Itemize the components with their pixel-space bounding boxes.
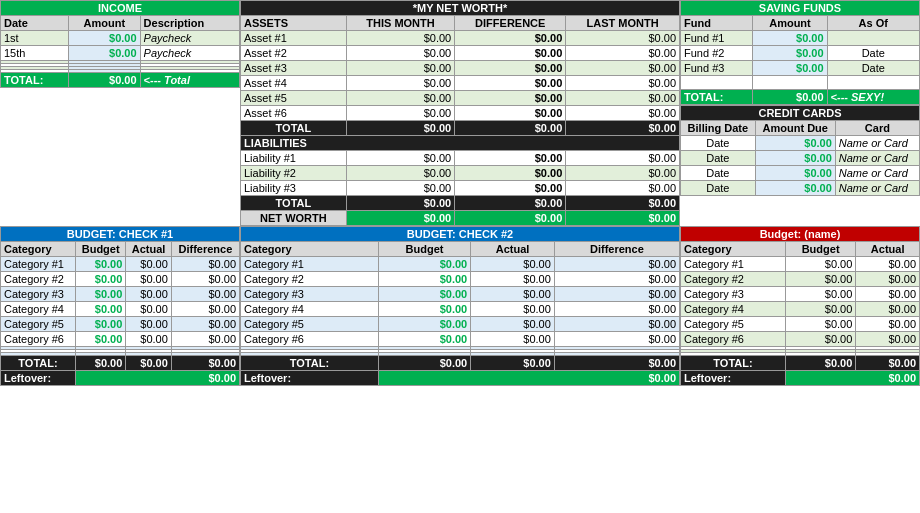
bc1-col-cat: Category <box>1 242 76 257</box>
nw-asset-last-month: $0.00 <box>566 46 680 61</box>
nw-liability-diff: $0.00 <box>455 166 566 181</box>
bn-row-actual: $0.00 <box>856 317 920 332</box>
bc2-total-label: TOTAL: <box>241 356 379 371</box>
income-col-amount: Amount <box>69 16 140 31</box>
bc2-row-actual: $0.00 <box>471 302 555 317</box>
income-row-desc: Paycheck <box>140 31 239 46</box>
cc-row-amount: $0.00 <box>755 166 835 181</box>
nw-liability-this-month: $0.00 <box>346 166 454 181</box>
nw-total-liab-diff: $0.00 <box>455 196 566 211</box>
saving-row-fund: Fund #1 <box>681 31 753 46</box>
bc2-row-cat: Category #6 <box>241 332 379 347</box>
saving-total-label: TOTAL: <box>681 90 753 105</box>
cc-row-card: Name or Card <box>835 136 919 151</box>
bc1-row-actual: $0.00 <box>126 287 172 302</box>
saving-section: SAVING FUNDS Fund Amount As Of Fund #1 $… <box>680 0 920 226</box>
bc2-leftover-amount: $0.00 <box>378 371 679 386</box>
bn-row-cat: Category #6 <box>681 332 786 347</box>
bc1-row-diff: $0.00 <box>171 332 239 347</box>
bn-row-budget: $0.00 <box>785 272 855 287</box>
credit-cards-title: CREDIT CARDS <box>681 106 920 121</box>
net-worth-title: *MY NET WORTH* <box>241 1 680 16</box>
saving-col-amount: Amount <box>753 16 827 31</box>
bc2-row-budget: $0.00 <box>378 317 470 332</box>
nw-asset-name: Asset #3 <box>241 61 347 76</box>
bn-row-cat: Category #2 <box>681 272 786 287</box>
bn-row-cat: Category #3 <box>681 287 786 302</box>
budget-name-title: Budget: (name) <box>681 227 920 242</box>
bc2-row-budget: $0.00 <box>378 257 470 272</box>
nw-liability-name: Liability #3 <box>241 181 347 196</box>
bn-total-label: TOTAL: <box>681 356 786 371</box>
nw-asset-name: Asset #6 <box>241 106 347 121</box>
bc2-row-actual: $0.00 <box>471 272 555 287</box>
nw-col-this-month: THIS MONTH <box>346 16 454 31</box>
cc-row-date: Date <box>681 181 756 196</box>
bn-leftover-label: Leftover: <box>681 371 786 386</box>
income-total-amount: $0.00 <box>69 73 140 88</box>
bn-row-budget: $0.00 <box>785 332 855 347</box>
cc-row-card: Name or Card <box>835 181 919 196</box>
nw-asset-last-month: $0.00 <box>566 106 680 121</box>
bc1-row-actual: $0.00 <box>126 272 172 287</box>
nw-net-worth-last-month: $0.00 <box>566 211 680 226</box>
cc-col-amount: Amount Due <box>755 121 835 136</box>
nw-asset-last-month: $0.00 <box>566 76 680 91</box>
cc-row-card: Name or Card <box>835 151 919 166</box>
bc2-row-budget: $0.00 <box>378 302 470 317</box>
nw-net-worth-label: NET WORTH <box>241 211 347 226</box>
budget-name-section: Budget: (name) Category Budget Actual Ca… <box>680 226 920 386</box>
bn-col-budget: Budget <box>785 242 855 257</box>
bc1-row-diff: $0.00 <box>171 272 239 287</box>
income-title: INCOME <box>1 1 240 16</box>
bc2-row-diff: $0.00 <box>554 332 679 347</box>
bc2-row-diff: $0.00 <box>554 272 679 287</box>
bc1-row-budget: $0.00 <box>76 272 126 287</box>
bc1-total-diff: $0.00 <box>171 356 239 371</box>
nw-asset-diff: $0.00 <box>455 61 566 76</box>
bn-leftover-amount: $0.00 <box>785 371 919 386</box>
cc-row-amount: $0.00 <box>755 136 835 151</box>
bc2-row-diff: $0.00 <box>554 257 679 272</box>
saving-row-amount: $0.00 <box>753 31 827 46</box>
income-row-amount: $0.00 <box>69 46 140 61</box>
bc2-row-actual: $0.00 <box>471 317 555 332</box>
saving-row-asof <box>827 31 919 46</box>
income-row-desc: Paycheck <box>140 46 239 61</box>
nw-asset-this-month: $0.00 <box>346 91 454 106</box>
saving-col-fund: Fund <box>681 16 753 31</box>
nw-liability-this-month: $0.00 <box>346 181 454 196</box>
bc1-col-diff: Difference <box>171 242 239 257</box>
nw-asset-this-month: $0.00 <box>346 46 454 61</box>
income-row-amount: $0.00 <box>69 31 140 46</box>
nw-liability-last-month: $0.00 <box>566 181 680 196</box>
nw-asset-name: Asset #4 <box>241 76 347 91</box>
bn-row-cat: Category #5 <box>681 317 786 332</box>
nw-asset-last-month: $0.00 <box>566 31 680 46</box>
bc1-leftover-label: Leftover: <box>1 371 76 386</box>
bc2-total-diff: $0.00 <box>554 356 679 371</box>
nw-liability-this-month: $0.00 <box>346 151 454 166</box>
cc-row-amount: $0.00 <box>755 181 835 196</box>
cc-col-card: Card <box>835 121 919 136</box>
nw-asset-last-month: $0.00 <box>566 91 680 106</box>
budget-check1-section: BUDGET: CHECK #1 Category Budget Actual … <box>0 226 240 386</box>
bc1-row-diff: $0.00 <box>171 287 239 302</box>
bc2-row-diff: $0.00 <box>554 302 679 317</box>
nw-total-assets-label: TOTAL <box>241 121 347 136</box>
cc-row-date: Date <box>681 166 756 181</box>
bc1-row-diff: $0.00 <box>171 302 239 317</box>
nw-liability-diff: $0.00 <box>455 151 566 166</box>
cc-row-date: Date <box>681 151 756 166</box>
nw-total-liab-last-month: $0.00 <box>566 196 680 211</box>
bc1-row-budget: $0.00 <box>76 332 126 347</box>
bc1-row-actual: $0.00 <box>126 332 172 347</box>
bc1-total-actual: $0.00 <box>126 356 172 371</box>
bn-row-cat: Category #4 <box>681 302 786 317</box>
bn-row-actual: $0.00 <box>856 272 920 287</box>
bc2-total-actual: $0.00 <box>471 356 555 371</box>
bn-col-actual: Actual <box>856 242 920 257</box>
cc-row-card: Name or Card <box>835 166 919 181</box>
bc1-row-cat: Category #5 <box>1 317 76 332</box>
saving-row-fund: Fund #2 <box>681 46 753 61</box>
